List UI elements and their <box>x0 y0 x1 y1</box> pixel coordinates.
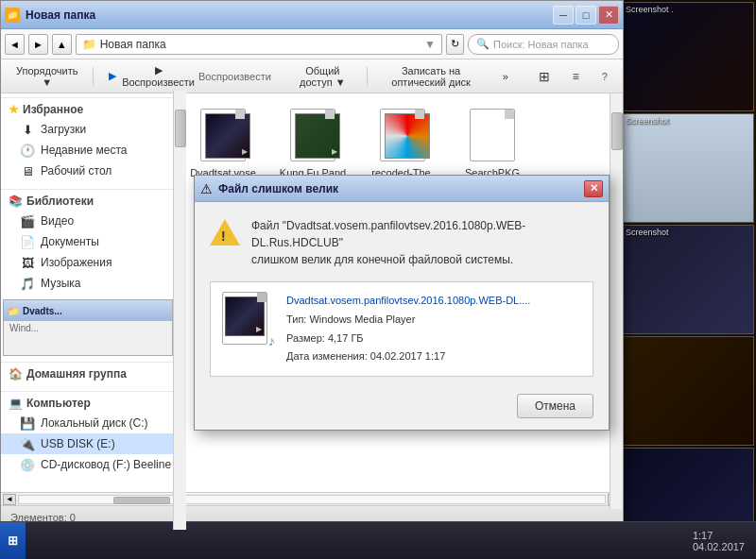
maximize-button[interactable]: □ <box>576 6 596 25</box>
homegroup-section: 🏠 Домашняя группа <box>1 358 175 387</box>
dialog-buttons: Отмена <box>210 390 593 418</box>
file-name-link[interactable]: Dvadtsat.vosem.panfilovtsev.2016.1080p.W… <box>286 292 530 311</box>
libraries-icon: 📚 <box>9 195 23 208</box>
sub-window-icon: 📁 <box>8 306 19 316</box>
horizontal-scroll-track <box>18 495 606 504</box>
forward-button[interactable]: ► <box>28 34 48 55</box>
file-doc-0 <box>200 109 246 161</box>
more-button[interactable]: » <box>495 64 516 89</box>
star-icon: ★ <box>9 103 19 116</box>
homegroup-header[interactable]: 🏠 Домашняя группа <box>1 362 175 383</box>
libraries-header[interactable]: 📚 Библиотеки <box>1 189 175 211</box>
scroll-left-btn[interactable]: ◄ <box>3 494 16 505</box>
sidebar-scroll-thumb[interactable] <box>175 110 177 147</box>
folder-icon: 📁 <box>5 8 20 23</box>
sidebar-item-docs[interactable]: 📄 Документы <box>1 231 175 252</box>
sidebar-scrollbar[interactable] <box>173 93 176 492</box>
close-button[interactable]: ✕ <box>598 6 619 25</box>
file-doc-3 <box>470 109 515 161</box>
windows-logo: ⊞ <box>8 534 18 548</box>
downloads-icon: ⬇ <box>20 122 35 137</box>
sidebar-item-video[interactable]: 🎬 Видео <box>1 211 175 231</box>
favorites-section: ★ Избранное ⬇ Загрузки 🕐 Недавние места … <box>1 93 175 185</box>
file-details: Dvadtsat.vosem.panfilovtsev.2016.1080p.W… <box>286 292 530 366</box>
sidebar-item-local-disk[interactable]: 💾 Локальный диск (C:) <box>1 413 175 433</box>
file-thumb-1 <box>295 113 340 159</box>
file-doc-1 <box>290 109 335 161</box>
file-thumb-2 <box>385 113 430 159</box>
sidebar-item-desktop[interactable]: 🖥 Рабочий стол <box>1 161 175 181</box>
homegroup-icon: 🏠 <box>9 367 23 381</box>
thumbnail-4[interactable] <box>621 336 754 446</box>
file-icon-1 <box>286 107 339 163</box>
dialog-message-line2: слишком велик для конечной файловой сист… <box>251 253 513 266</box>
thumbnail-2[interactable]: Screenshot <box>621 113 754 223</box>
file-type: Тип: Windows Media Player <box>286 311 530 330</box>
sidebar-item-recent[interactable]: 🕐 Недавние места <box>1 140 175 161</box>
sidebar-item-images[interactable]: 🖼 Изображения <box>1 252 175 273</box>
computer-header[interactable]: 💻 Компьютер <box>1 391 175 413</box>
dialog-body: Файл "Dvadtsat.vosem.panfilovtsev.2016.1… <box>195 202 609 430</box>
dialog-titlebar: ⚠ Файл слишком велик ✕ <box>195 176 609 202</box>
burn-button[interactable]: Записать на оптический диск <box>374 64 487 89</box>
file-date: Дата изменения: 04.02.2017 1:17 <box>286 347 530 366</box>
favorites-header[interactable]: ★ Избранное <box>1 97 175 119</box>
recent-icon: 🕐 <box>20 143 35 158</box>
cd-drive-icon: 💿 <box>20 457 35 472</box>
up-button[interactable]: ▲ <box>52 34 72 55</box>
file-icon-0 <box>197 107 249 163</box>
desktop-thumbnails: Screenshot . Screenshot Screenshot <box>619 0 756 559</box>
file-icon-3 <box>466 107 519 163</box>
taskbar: ⊞ 1:17 04.02.2017 <box>0 521 756 559</box>
sidebar: ★ Избранное ⬇ Загрузки 🕐 Недавние места … <box>1 93 176 492</box>
start-button[interactable]: ⊞ <box>0 522 26 559</box>
minimize-button[interactable]: ─ <box>553 6 574 25</box>
thumb-label-2: Screenshot <box>626 116 669 126</box>
explorer-title: Новая папка <box>26 8 553 22</box>
dialog-file-info: ♪ Dvadtsat.vosem.panfilovtsev.2016.1080p… <box>210 281 593 377</box>
dialog-warn-icon: ⚠ <box>200 181 213 196</box>
sidebar-item-downloads[interactable]: ⬇ Загрузки <box>1 119 175 140</box>
cancel-button[interactable]: Отмена <box>517 394 593 418</box>
images-icon: 🖼 <box>20 255 35 270</box>
file-doc-2 <box>380 109 425 161</box>
address-path[interactable]: 📁 Новая папка ▼ <box>76 34 442 55</box>
dialog-message-area: Файл "Dvadtsat.vosem.panfilovtsev.2016.1… <box>210 217 593 268</box>
toolbar: Упорядочить ▼ ▶ ▶ Воспроизвести Воспроиз… <box>1 59 623 93</box>
share-button[interactable]: Общий доступ ▼ <box>286 64 359 89</box>
computer-icon: 💻 <box>9 397 23 410</box>
file-area-scrollbar[interactable] <box>610 93 623 492</box>
taskbar-clock: 1:17 04.02.2017 <box>681 530 756 552</box>
warning-icon <box>210 217 240 247</box>
dialog-box: ⚠ Файл слишком велик ✕ Файл "Dvadtsat.vo… <box>194 175 610 431</box>
search-box[interactable]: 🔍 Поиск: Новая папка <box>468 34 619 55</box>
help-button[interactable]: ? <box>594 64 615 89</box>
address-bar: ◄ ► ▲ 📁 Новая папка ▼ ↻ 🔍 Поиск: Новая п… <box>1 29 623 59</box>
sidebar-item-usb-disk[interactable]: 🔌 USB DISK (E:) <box>1 433 175 454</box>
file-scrollbar-thumb[interactable] <box>611 112 623 150</box>
sidebar-item-music[interactable]: 🎵 Музыка <box>1 273 175 294</box>
dialog-message-line1: Файл "Dvadtsat.vosem.panfilovtsev.2016.1… <box>251 219 525 249</box>
music-icon: 🎵 <box>20 276 35 291</box>
horizontal-scrollbar[interactable]: ◄ ► <box>1 492 623 505</box>
desktop: Screenshot . Screenshot Screenshot 📁 Нов… <box>0 0 756 559</box>
usb-disk-icon: 🔌 <box>20 436 35 451</box>
dialog-file-thumb <box>225 296 265 336</box>
dialog-close-button[interactable]: ✕ <box>584 180 603 197</box>
play-button[interactable]: ▶ ▶ Воспроизвести Воспроизвести <box>101 64 279 89</box>
view-list-button[interactable]: ≡ <box>565 64 587 89</box>
dialog-message-text: Файл "Dvadtsat.vosem.panfilovtsev.2016.1… <box>251 217 593 268</box>
back-button[interactable]: ◄ <box>5 34 25 55</box>
view-details-button[interactable]: ⊞ <box>531 64 558 89</box>
refresh-button[interactable]: ↻ <box>446 34 464 55</box>
local-disk-icon: 💾 <box>20 415 35 431</box>
organize-button[interactable]: Упорядочить ▼ <box>9 64 85 89</box>
window-controls: ─ □ ✕ <box>553 6 619 25</box>
sidebar-item-cd-drive[interactable]: 💿 CD-дисковод (F:) Beeline <box>1 454 175 475</box>
explorer-titlebar: 📁 Новая папка ─ □ ✕ <box>1 1 623 29</box>
desktop-icon: 🖥 <box>20 163 35 178</box>
dialog-file-doc <box>222 292 267 345</box>
thumbnail-3[interactable]: Screenshot <box>621 225 754 334</box>
thumb-label-3: Screenshot <box>626 228 669 237</box>
thumbnail-1[interactable]: Screenshot . <box>621 2 754 111</box>
